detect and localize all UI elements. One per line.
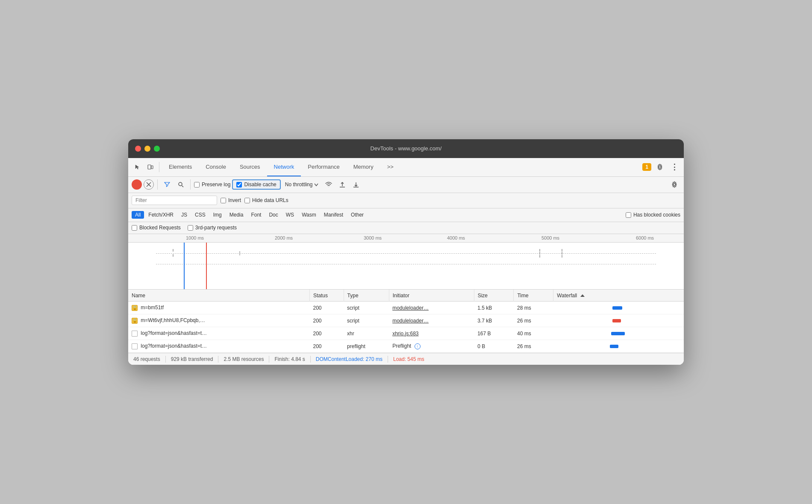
search-icon-button[interactable] bbox=[175, 179, 187, 190]
table-row[interactable]: 🔒 m=Wt6vjf,hhhU8,FCpbqb,… 200 script mod… bbox=[128, 314, 684, 327]
status-load: Load: 545 ms bbox=[393, 356, 424, 362]
minimize-button[interactable] bbox=[144, 146, 150, 152]
cell-name-2: log?format=json&hasfast=t… bbox=[128, 327, 309, 340]
cell-time-0: 28 ms bbox=[514, 302, 553, 314]
tab-console[interactable]: Console bbox=[199, 158, 233, 176]
network-settings-button[interactable] bbox=[668, 179, 680, 190]
type-btn-img[interactable]: Img bbox=[210, 211, 225, 219]
cell-status-2: 200 bbox=[309, 327, 344, 340]
invert-checkbox[interactable] bbox=[221, 198, 226, 203]
cell-initiator-3: Preflight ↑ bbox=[389, 340, 474, 353]
type-btn-fetch-xhr[interactable]: Fetch/XHR bbox=[145, 211, 177, 219]
tab-sources[interactable]: Sources bbox=[233, 158, 267, 176]
type-btn-media[interactable]: Media bbox=[226, 211, 247, 219]
online-status-button[interactable] bbox=[323, 179, 335, 190]
more-options-button[interactable]: ⋮ bbox=[668, 161, 680, 173]
throttling-select[interactable]: No throttling bbox=[282, 181, 321, 188]
cell-size-3: 0 B bbox=[474, 340, 514, 353]
tab-memory[interactable]: Memory bbox=[347, 158, 380, 176]
status-dom-content-loaded: DOMContentLoaded: 270 ms bbox=[316, 356, 382, 362]
blocked-bar: Blocked Requests 3rd-party requests bbox=[128, 222, 684, 234]
status-divider-4 bbox=[310, 356, 311, 363]
type-btn-font[interactable]: Font bbox=[247, 211, 265, 219]
preserve-log-label[interactable]: Preserve log bbox=[194, 182, 230, 188]
type-btn-manifest[interactable]: Manifest bbox=[321, 211, 347, 219]
status-divider-2 bbox=[218, 356, 218, 363]
row-lock-icon-0: 🔒 bbox=[132, 305, 138, 311]
disable-cache-checkbox[interactable] bbox=[236, 182, 242, 188]
filter-icon-button[interactable] bbox=[161, 179, 173, 190]
col-header-time[interactable]: Time bbox=[514, 290, 553, 302]
notification-badge[interactable]: 1 bbox=[642, 163, 651, 171]
cell-waterfall-1 bbox=[553, 314, 684, 327]
cell-status-0: 200 bbox=[309, 302, 344, 314]
toolbar-right: 1 ⋮ bbox=[642, 161, 680, 173]
type-btn-js[interactable]: JS bbox=[178, 211, 191, 219]
col-header-size[interactable]: Size bbox=[474, 290, 514, 302]
settings-icon-button[interactable] bbox=[654, 161, 666, 173]
svg-point-7 bbox=[674, 184, 676, 186]
type-btn-other[interactable]: Other bbox=[347, 211, 367, 219]
cell-initiator-2: xhrio.js:683 bbox=[389, 327, 474, 340]
third-party-label[interactable]: 3rd-party requests bbox=[188, 225, 237, 231]
ruler-label-3000: 3000 ms bbox=[364, 235, 382, 240]
invert-label[interactable]: Invert bbox=[221, 197, 241, 203]
toolbar-top: Elements Console Sources Network Perform… bbox=[128, 158, 684, 177]
status-divider-5 bbox=[388, 356, 388, 363]
cell-time-3: 26 ms bbox=[514, 340, 553, 353]
ruler-label-5000: 5000 ms bbox=[541, 235, 559, 240]
type-btn-wasm[interactable]: Wasm bbox=[298, 211, 320, 219]
svg-line-6 bbox=[182, 186, 184, 188]
clear-button[interactable] bbox=[144, 179, 154, 190]
type-btn-doc[interactable]: Doc bbox=[265, 211, 281, 219]
status-transferred: 929 kB transferred bbox=[171, 356, 213, 362]
hide-data-urls-label[interactable]: Hide data URLs bbox=[244, 197, 288, 203]
timeline-chart bbox=[128, 243, 684, 290]
col-header-waterfall[interactable]: Waterfall bbox=[553, 290, 684, 302]
table-row[interactable]: 🔒 m=bm51tf 200 script moduleloader… 1.5 … bbox=[128, 302, 684, 314]
col-header-name[interactable]: Name bbox=[128, 290, 309, 302]
filter-input[interactable] bbox=[132, 196, 217, 205]
type-btn-all[interactable]: All bbox=[132, 211, 144, 219]
tab-network[interactable]: Network bbox=[267, 158, 301, 176]
record-button[interactable] bbox=[132, 179, 142, 190]
preserve-log-checkbox[interactable] bbox=[194, 182, 200, 188]
third-party-checkbox[interactable] bbox=[188, 225, 193, 231]
tab-elements[interactable]: Elements bbox=[162, 158, 199, 176]
col-header-status[interactable]: Status bbox=[309, 290, 344, 302]
col-header-initiator[interactable]: Initiator bbox=[389, 290, 474, 302]
toolbar-second: Preserve log Disable cache No throttling bbox=[128, 177, 684, 193]
cell-type-1: script bbox=[344, 314, 389, 327]
status-bar: 46 requests 929 kB transferred 2.5 MB re… bbox=[128, 353, 684, 365]
import-har-button[interactable] bbox=[336, 179, 348, 190]
cell-type-2: xhr bbox=[344, 327, 389, 340]
col-header-type[interactable]: Type bbox=[344, 290, 389, 302]
preflight-icon: ↑ bbox=[415, 343, 421, 349]
status-divider-1 bbox=[165, 356, 166, 363]
cell-waterfall-2 bbox=[553, 327, 684, 340]
tab-bar: Elements Console Sources Network Perform… bbox=[162, 158, 400, 176]
table-row[interactable]: log?format=json&hasfast=t… 200 xhr xhrio… bbox=[128, 327, 684, 340]
blocked-requests-checkbox[interactable] bbox=[132, 225, 137, 231]
table-header-row: Name Status Type Initiator Size bbox=[128, 290, 684, 302]
cell-type-3: preflight bbox=[344, 340, 389, 353]
export-har-button[interactable] bbox=[350, 179, 362, 190]
status-resources: 2.5 MB resources bbox=[224, 356, 264, 362]
tab-more[interactable]: >> bbox=[380, 158, 400, 176]
status-requests: 46 requests bbox=[133, 356, 160, 362]
cell-size-2: 167 B bbox=[474, 327, 514, 340]
table-row[interactable]: log?format=json&hasfast=t… 200 preflight… bbox=[128, 340, 684, 353]
cursor-icon-button[interactable] bbox=[132, 161, 144, 173]
row-square-icon-3 bbox=[132, 343, 138, 349]
has-blocked-cookies-label[interactable]: Has blocked cookies bbox=[626, 212, 680, 218]
device-toolbar-button[interactable] bbox=[144, 161, 156, 173]
type-btn-ws[interactable]: WS bbox=[282, 211, 297, 219]
hide-data-urls-checkbox[interactable] bbox=[244, 198, 250, 203]
tab-performance[interactable]: Performance bbox=[301, 158, 346, 176]
close-button[interactable] bbox=[135, 146, 141, 152]
window-title: DevTools - www.google.com/ bbox=[371, 145, 442, 152]
blocked-requests-label[interactable]: Blocked Requests bbox=[132, 225, 181, 231]
type-btn-css[interactable]: CSS bbox=[191, 211, 209, 219]
maximize-button[interactable] bbox=[154, 146, 160, 152]
has-blocked-cookies-checkbox[interactable] bbox=[626, 212, 631, 218]
